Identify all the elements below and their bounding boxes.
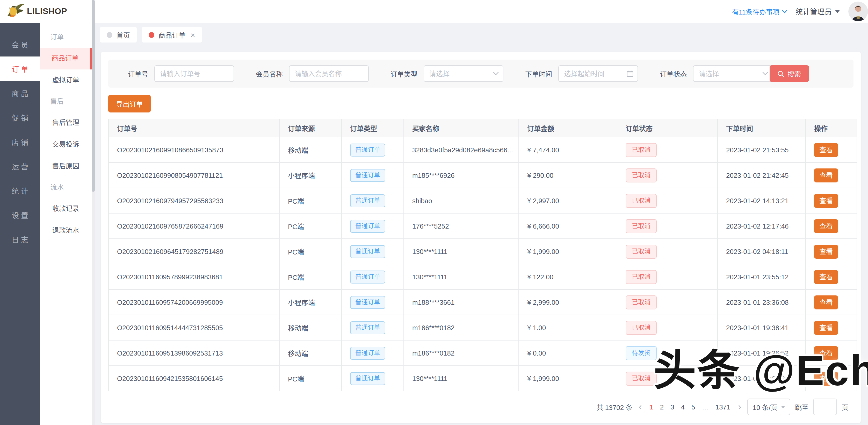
filter-control (154, 65, 234, 82)
order-type-badge: 普通订单 (350, 245, 385, 258)
submenu-entry[interactable]: 售后原因 (40, 155, 92, 177)
page-number[interactable]: 1 (648, 403, 655, 411)
submenu-entry[interactable]: 订单 (40, 27, 92, 48)
sidebar-item[interactable]: 商品 (0, 81, 40, 105)
sidebar-item[interactable]: 设置 (0, 203, 40, 227)
filter-field: 会员名称 (256, 65, 369, 82)
submenu-entry[interactable]: 收款记录 (40, 198, 92, 220)
table-row: O202301011609578999238983681 PC端 普通订单 13… (108, 264, 857, 289)
search-button[interactable]: 搜索 (770, 65, 809, 82)
table-row: O202301021609645179282751489 PC端 普通订单 13… (108, 239, 857, 264)
view-button[interactable]: 查看 (814, 371, 838, 385)
cell-order-source: PC端 (279, 188, 342, 213)
sidebar-item-label: 店铺 (9, 137, 30, 147)
sidebar-item[interactable]: 运营 (0, 154, 40, 178)
caret-down-icon (781, 405, 785, 408)
page-size-select[interactable]: 10 条/页 (748, 399, 790, 415)
orders-table: 订单号订单来源订单类型买家名称订单金额订单状态下单时间操作 O202301021… (108, 119, 857, 391)
cell-order-no: O202301021609910866509135873 (108, 137, 279, 163)
sidebar-item[interactable]: 店铺 (0, 130, 40, 154)
column-header: 订单金额 (519, 119, 617, 137)
view-button[interactable]: 查看 (814, 295, 838, 309)
cell-order-amount: ¥ 7,474.00 (519, 137, 617, 163)
user-menu[interactable]: 统计管理员 (796, 6, 840, 17)
table-row: O202301021609794957295583233 PC端 普通订单 sh… (108, 188, 857, 213)
view-button[interactable]: 查看 (814, 194, 838, 207)
page-number[interactable]: … (701, 403, 710, 411)
view-button[interactable]: 查看 (814, 143, 838, 157)
page-tab[interactable]: 首页 (100, 27, 137, 42)
view-button[interactable]: 查看 (814, 168, 838, 182)
filter-input[interactable] (289, 66, 368, 81)
cell-order-source: 小程序端 (279, 289, 342, 315)
cell-order-time: 2023-01-01 23:55:12 (718, 264, 806, 289)
order-status-badge: 已取消 (626, 219, 657, 233)
cell-order-time: 2023-01-01 23:36:08 (718, 289, 806, 315)
view-button[interactable]: 查看 (814, 346, 838, 360)
page-number[interactable]: 2 (658, 403, 665, 411)
table-row: O202301021609765872666247169 PC端 普通订单 17… (108, 213, 857, 239)
submenu-entry[interactable]: 虚拟订单 (40, 69, 92, 91)
page-number[interactable]: 3 (669, 403, 676, 411)
submenu-entry[interactable]: 交易投诉 (40, 134, 92, 155)
filter-input[interactable] (559, 66, 638, 81)
cell-order-amount: ¥ 1,999.00 (519, 366, 617, 391)
chevron-down-icon (762, 72, 768, 76)
submenu-scrollbar[interactable] (92, 0, 95, 425)
brand-name: LILISHOP (27, 7, 67, 16)
filter-field: 订单号 (128, 65, 234, 82)
order-status-badge: 已取消 (626, 244, 657, 258)
filter-field: 下单时间 (525, 65, 638, 82)
order-type-badge: 普通订单 (350, 143, 385, 156)
page-number[interactable]: 4 (680, 403, 686, 411)
sidebar-item[interactable]: 统计 (0, 178, 40, 203)
content-area: 订单号 会员名称 (95, 47, 868, 425)
cell-order-time: 2023-01-01 19:38:41 (718, 315, 806, 340)
search-icon (778, 70, 784, 77)
export-orders-button[interactable]: 导出订单 (108, 95, 151, 112)
filter-input[interactable] (155, 66, 234, 81)
view-button[interactable]: 查看 (814, 270, 838, 284)
sidebar-item-label: 订单 (9, 63, 30, 74)
column-header: 订单号 (108, 119, 279, 137)
chevron-down-icon (493, 72, 499, 76)
filter-field: 订单状态 (660, 65, 773, 82)
sidebar-item[interactable]: 会员 (0, 32, 40, 56)
filter-input[interactable] (693, 66, 772, 81)
prev-page-icon[interactable]: ‹ (637, 402, 643, 412)
view-button[interactable]: 查看 (814, 320, 838, 335)
filter-control (558, 65, 638, 82)
page-number[interactable]: 1371 (714, 403, 732, 411)
view-button[interactable]: 查看 (814, 244, 838, 258)
submenu-entry[interactable]: 退款流水 (40, 220, 92, 242)
sidebar-item[interactable]: 促销 (0, 105, 40, 130)
cell-order-no: O202301011609578999238983681 (108, 264, 279, 289)
filter-control (424, 65, 503, 82)
sidebar-item[interactable]: 订单 (0, 56, 40, 81)
scrollbar-thumb[interactable] (92, 0, 95, 192)
column-header: 下单时间 (718, 119, 806, 137)
secondary-sidebar: 订单商品订单虚拟订单售后售后管理交易投诉售后原因流水收款记录退款流水 (40, 23, 92, 425)
close-icon[interactable]: × (191, 31, 195, 38)
submenu-entry[interactable]: 售后管理 (40, 112, 92, 134)
submenu-entry[interactable]: 商品订单 (40, 48, 92, 69)
page-tab[interactable]: 商品订单 × (142, 27, 202, 42)
view-button[interactable]: 查看 (814, 219, 838, 233)
sidebar-item[interactable]: 日志 (0, 227, 40, 251)
cell-order-amount: ¥ 290.00 (519, 163, 617, 188)
filter-input[interactable] (424, 66, 503, 81)
order-status-badge: 已取消 (626, 168, 657, 182)
filter-control (289, 65, 369, 82)
page-number[interactable]: 5 (690, 403, 696, 411)
avatar[interactable] (848, 2, 868, 21)
next-page-icon[interactable]: › (737, 402, 743, 412)
submenu-entry[interactable]: 流水 (40, 177, 92, 198)
chevron-down-icon (782, 9, 787, 13)
submenu-entry[interactable]: 售后 (40, 91, 92, 112)
cell-order-time: 2023-01-02 21:53:55 (718, 137, 806, 163)
todo-dropdown[interactable]: 有11条待办事项 (732, 6, 787, 16)
filter-bar: 订单号 会员名称 (108, 60, 854, 88)
sidebar-item-label: 商品 (9, 88, 30, 98)
page-jump-input[interactable] (813, 399, 837, 415)
logo-bar: LILISHOP (0, 0, 92, 23)
